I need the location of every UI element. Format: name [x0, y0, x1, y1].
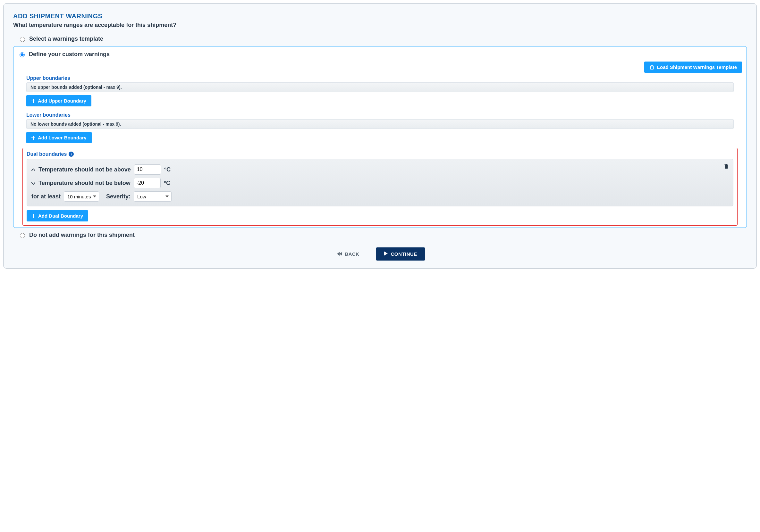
chevron-down-icon [31, 180, 35, 186]
unit-label: °C [164, 180, 170, 187]
shipment-warnings-panel: ADD SHIPMENT WARNINGS What temperature r… [3, 3, 757, 269]
plus-icon [32, 214, 36, 218]
upper-empty-message: No upper bounds added (optional - max 9)… [26, 82, 734, 92]
add-lower-boundary-button[interactable]: Add Lower Boundary [26, 132, 92, 143]
plus-icon [31, 99, 35, 103]
option-no-warnings[interactable]: Do not add warnings for this shipment [18, 232, 747, 239]
button-label: Load Shipment Warnings Template [657, 65, 737, 70]
upper-boundaries-section: Upper boundaries No upper bounds added (… [18, 75, 742, 110]
back-button[interactable]: BACK [335, 251, 361, 257]
dual-boundary-card: Temperature should not be above °C Tempe… [26, 159, 734, 206]
below-value-input[interactable] [134, 178, 161, 188]
add-upper-boundary-button[interactable]: Add Upper Boundary [26, 95, 91, 107]
button-label: Add Lower Boundary [38, 135, 87, 140]
page-subtitle: What temperature ranges are acceptable f… [13, 22, 747, 28]
button-label: Add Dual Boundary [38, 213, 83, 219]
below-label: Temperature should not be below [38, 180, 130, 187]
play-icon [384, 251, 388, 257]
clipboard-icon [649, 65, 654, 70]
rewind-icon [337, 251, 342, 257]
dual-boundaries-section: Dual boundaries i Temperature should not… [23, 148, 737, 226]
radio-select-template[interactable] [20, 37, 25, 42]
continue-button[interactable]: CONTINUE [376, 247, 425, 261]
info-icon[interactable]: i [69, 152, 74, 157]
radio-label: Do not add warnings for this shipment [29, 232, 135, 239]
above-value-input[interactable] [134, 164, 161, 175]
radio-label: Select a warnings template [29, 36, 103, 42]
unit-label: °C [164, 166, 170, 173]
section-title: Lower boundaries [26, 112, 734, 118]
above-row: Temperature should not be above °C [31, 164, 729, 175]
section-title: Upper boundaries [26, 75, 734, 81]
button-label: Add Upper Boundary [38, 98, 86, 104]
lower-boundaries-section: Lower boundaries No lower bounds added (… [18, 112, 742, 147]
for-at-least-label: for at least [31, 193, 61, 200]
delete-boundary-button[interactable] [724, 163, 729, 170]
load-template-button[interactable]: Load Shipment Warnings Template [644, 62, 742, 73]
radio-label: Define your custom warnings [29, 51, 110, 58]
chevron-up-icon [31, 167, 35, 172]
above-label: Temperature should not be above [38, 166, 131, 173]
below-row: Temperature should not be below °C [31, 178, 729, 188]
severity-label: Severity: [106, 193, 130, 200]
radio-no-warnings[interactable] [20, 233, 25, 238]
option-select-template[interactable]: Select a warnings template [18, 36, 747, 42]
button-label: CONTINUE [391, 251, 417, 257]
duration-select[interactable]: 10 minutes [64, 191, 99, 201]
duration-severity-row: for at least 10 minutes Severity: Low [31, 191, 729, 201]
footer-buttons: BACK CONTINUE [13, 247, 747, 261]
radio-define-custom[interactable] [20, 52, 25, 57]
button-label: BACK [345, 251, 359, 257]
page-title: ADD SHIPMENT WARNINGS [13, 13, 747, 20]
section-title: Dual boundaries [26, 151, 67, 157]
lower-empty-message: No lower bounds added (optional - max 9)… [26, 119, 734, 129]
option-define-custom[interactable]: Define your custom warnings [18, 51, 742, 58]
plus-icon [31, 136, 35, 140]
custom-warnings-box: Define your custom warnings Load Shipmen… [13, 46, 747, 228]
add-dual-boundary-button[interactable]: Add Dual Boundary [26, 210, 88, 221]
severity-select[interactable]: Low [134, 191, 171, 201]
